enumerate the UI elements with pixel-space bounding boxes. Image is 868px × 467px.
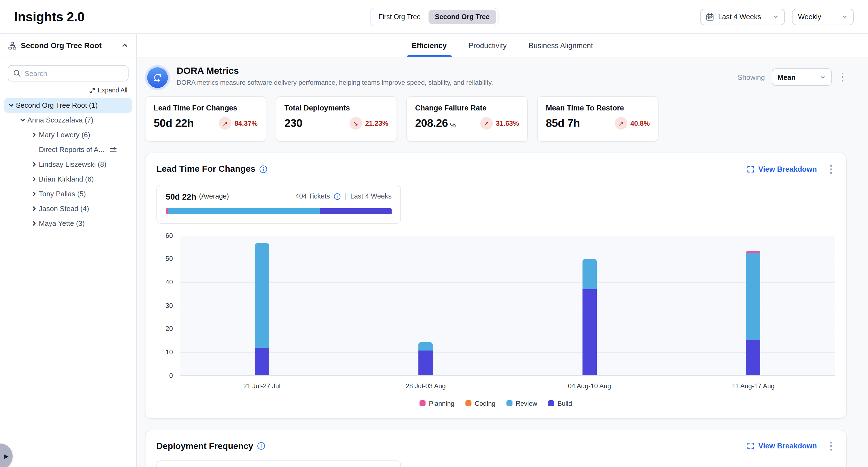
- sidebar-collapse-handle[interactable]: ▶: [0, 443, 12, 467]
- tree-item-8[interactable]: Maya Yette (3): [4, 216, 132, 231]
- tree-item-label: Direct Reports of A...: [39, 146, 105, 154]
- tree-item-5[interactable]: Brian Kirkland (6): [4, 172, 132, 186]
- metric-trend-badge: ↗40.8%: [615, 117, 650, 130]
- metric-card-value-row: 50d 22h↗84.37%: [154, 117, 258, 130]
- legend-item-planning[interactable]: Planning: [420, 400, 454, 407]
- expand-corners-icon: [747, 443, 754, 450]
- date-range-value: Last 4 Weeks: [718, 12, 761, 21]
- gridline: [180, 282, 835, 283]
- x-tick-label: 28 Jul-03 Aug: [406, 382, 446, 390]
- info-icon[interactable]: [334, 193, 341, 200]
- info-icon[interactable]: [257, 442, 265, 450]
- dora-subtitle: DORA metrics measure software delivery p…: [177, 79, 493, 86]
- tree-item-7[interactable]: Jason Stead (4): [4, 201, 132, 216]
- expand-all-button[interactable]: Expand All: [9, 87, 127, 94]
- metric-card-title: Lead Time For Changes: [154, 104, 258, 112]
- info-icon[interactable]: [259, 165, 268, 173]
- stacked-bar-1[interactable]: [419, 342, 433, 375]
- stacked-bar-2[interactable]: [583, 259, 597, 375]
- chevron-down-icon: [819, 74, 826, 80]
- tree-item-2[interactable]: Mary Lowery (6): [4, 127, 132, 142]
- stacked-bar-3[interactable]: [746, 251, 761, 375]
- tab-efficiency[interactable]: Efficiency: [410, 34, 448, 57]
- tree-item-label: Anna Scozzafava (7): [27, 116, 94, 124]
- kebab-menu-icon[interactable]: [827, 162, 835, 176]
- tree-item-0[interactable]: Second Org Tree Root (1): [4, 98, 132, 113]
- y-tick-label: 20: [165, 325, 173, 333]
- chevron-right-icon[interactable]: [30, 220, 39, 227]
- stacked-bar-0[interactable]: [255, 244, 269, 375]
- summary-qualifier: (Average): [199, 192, 229, 200]
- legend-label: Planning: [429, 400, 454, 407]
- chevron-down-icon[interactable]: [18, 117, 27, 123]
- trend-up-arrow-icon: ↗: [615, 117, 627, 130]
- date-range-select[interactable]: Last 4 Weeks: [700, 8, 785, 25]
- phase-segment-review: [168, 208, 320, 214]
- sidebar-root-title: Second Org Tree Root: [21, 41, 117, 50]
- gridline: [180, 305, 835, 306]
- metric-card-value: 230: [284, 117, 303, 130]
- lead-time-chart-yaxis: 0102030405060: [156, 236, 173, 375]
- tree-item-4[interactable]: Lindsay Liszewski (8): [4, 157, 132, 172]
- sidebar-search: [8, 65, 128, 82]
- search-input[interactable]: [25, 69, 123, 77]
- expand-all-icon: [89, 87, 95, 93]
- chevron-right-icon[interactable]: [30, 161, 39, 167]
- legend-label: Review: [516, 400, 537, 407]
- view-breakdown-button[interactable]: View Breakdown: [747, 165, 817, 173]
- metric-card-title: Total Deployments: [284, 104, 388, 112]
- legend-label: Build: [557, 400, 572, 407]
- tree-item-3[interactable]: Direct Reports of A...: [4, 142, 132, 157]
- tickets-count: 404 Tickets: [296, 192, 330, 200]
- filters-icon[interactable]: [110, 146, 117, 153]
- org-tree: Second Org Tree Root (1)Anna Scozzafava …: [0, 97, 136, 232]
- metric-trend-badge: ↗31.63%: [480, 117, 519, 130]
- tree-item-6[interactable]: Tony Pallas (5): [4, 186, 132, 201]
- top-header: Insights 2.0 First Org Tree Second Org T…: [0, 0, 868, 34]
- toggle-second-org-tree[interactable]: Second Org Tree: [428, 9, 496, 24]
- kebab-menu-icon[interactable]: [827, 439, 835, 453]
- lead-time-section: Lead Time For Changes View Breakdown: [145, 153, 847, 418]
- tab-business-alignment[interactable]: Business Alignment: [527, 34, 595, 57]
- bar-segment-review: [419, 342, 433, 350]
- legend-swatch: [465, 400, 471, 406]
- chevron-down-icon: [773, 14, 779, 20]
- tab-productivity[interactable]: Productivity: [467, 34, 508, 57]
- y-tick-label: 40: [165, 278, 173, 286]
- kebab-menu-icon[interactable]: [838, 70, 847, 84]
- lead-time-legend: PlanningCodingReviewBuild: [156, 400, 835, 407]
- header-controls: Last 4 Weeks Weekly: [700, 8, 854, 25]
- metric-cards: Lead Time For Changes50d 22h↗84.37%Total…: [145, 96, 847, 142]
- gridline: [180, 329, 835, 329]
- toggle-first-org-tree[interactable]: First Org Tree: [372, 9, 427, 24]
- chevron-right-icon[interactable]: [30, 131, 39, 138]
- tabs-bar: Efficiency Productivity Business Alignme…: [137, 34, 868, 57]
- tree-item-label: Brian Kirkland (6): [39, 175, 95, 183]
- legend-item-build[interactable]: Build: [548, 400, 572, 407]
- metric-card-title: Mean Time To Restore: [546, 104, 650, 112]
- lead-time-title: Lead Time For Changes: [156, 164, 255, 174]
- expand-corners-icon: [747, 166, 754, 173]
- legend-item-coding[interactable]: Coding: [465, 400, 496, 407]
- tree-item-1[interactable]: Anna Scozzafava (7): [4, 113, 132, 127]
- legend-swatch: [548, 400, 554, 406]
- dora-titles: DORA Metrics DORA metrics measure softwa…: [177, 66, 493, 86]
- y-tick-label: 50: [165, 255, 173, 262]
- aggregation-select[interactable]: Mean: [772, 68, 832, 86]
- view-breakdown-label: View Breakdown: [758, 442, 817, 450]
- legend-item-review[interactable]: Review: [506, 400, 537, 407]
- chevron-down-icon[interactable]: [6, 102, 16, 108]
- bar-segment-build: [419, 350, 433, 375]
- metric-card-value: 208.26: [415, 117, 448, 130]
- granularity-value: Weekly: [798, 12, 821, 21]
- view-breakdown-button[interactable]: View Breakdown: [747, 442, 817, 450]
- granularity-select[interactable]: Weekly: [792, 8, 854, 25]
- chevron-right-icon[interactable]: [30, 191, 39, 197]
- chevron-right-icon[interactable]: [30, 205, 39, 212]
- chevron-up-icon[interactable]: [121, 42, 128, 49]
- chevron-right-icon[interactable]: [30, 176, 39, 182]
- phase-distribution-bar: [166, 208, 392, 214]
- chevron-down-icon: [842, 14, 848, 20]
- dora-metrics-header: DORA Metrics DORA metrics measure softwa…: [145, 66, 847, 88]
- lead-time-summary-card: 50d 22h (Average) 404 Tickets | Last 4 W…: [156, 185, 401, 223]
